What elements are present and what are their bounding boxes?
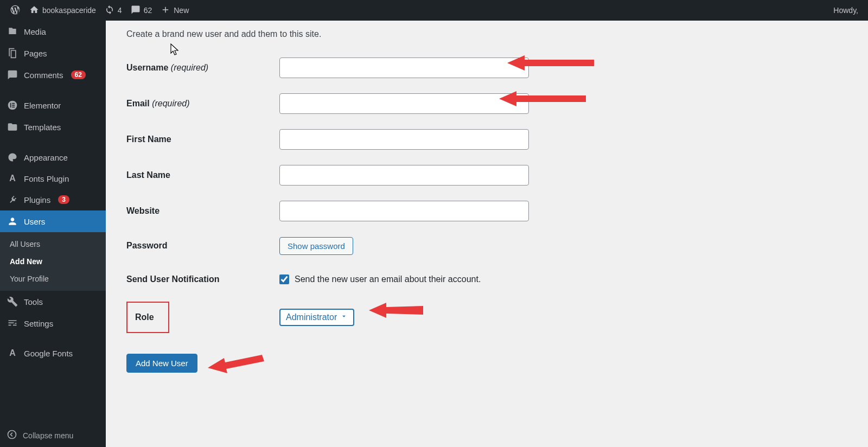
send-notification-checkbox[interactable] xyxy=(279,274,289,284)
sidebar-item-templates[interactable]: Templates xyxy=(0,116,106,138)
send-notification-row: Send the new user an email about their a… xyxy=(279,274,846,284)
username-label-cell: Username (required) xyxy=(122,50,274,86)
main-content: Create a brand new user and add them to … xyxy=(106,21,868,394)
sidebar-item-label: Pages xyxy=(24,49,47,58)
wp-logo[interactable] xyxy=(5,0,25,21)
new-content-link[interactable]: New xyxy=(156,0,193,21)
media-icon xyxy=(7,26,18,37)
send-notification-desc: Send the new user an email about their a… xyxy=(295,274,481,284)
sidebar-item-label: Templates xyxy=(24,123,61,132)
site-name: bookaspaceride xyxy=(42,6,96,15)
admin-toolbar: bookaspaceride 4 62 New Howdy, xyxy=(0,0,868,21)
sidebar-item-label: Settings xyxy=(24,319,53,328)
submenu-all-users[interactable]: All Users xyxy=(0,235,106,253)
greeting-text: Howdy, xyxy=(833,6,858,15)
send-notification-label: Send User Notification xyxy=(126,274,220,284)
comment-icon xyxy=(131,5,141,16)
svg-marker-9 xyxy=(208,355,264,373)
annotation-arrow xyxy=(369,299,429,321)
sidebar-item-media[interactable]: Media xyxy=(0,21,106,42)
comments-link[interactable]: 62 xyxy=(126,0,157,21)
comments-icon xyxy=(7,69,18,80)
add-new-user-button[interactable]: Add New User xyxy=(126,354,197,373)
chevron-down-icon xyxy=(340,312,348,322)
fonts-icon: A xyxy=(7,174,18,183)
email-label: Email xyxy=(126,99,150,108)
current-menu-arrow xyxy=(106,216,111,226)
site-name-link[interactable]: bookaspaceride xyxy=(25,0,100,21)
email-input[interactable] xyxy=(279,93,529,114)
sidebar-item-settings[interactable]: Settings xyxy=(0,312,106,334)
password-label: Password xyxy=(126,241,168,250)
sidebar-item-fonts-plugin[interactable]: A Fonts Plugin xyxy=(0,168,106,189)
sidebar-item-comments[interactable]: Comments 62 xyxy=(0,64,106,86)
sidebar-item-label: Plugins xyxy=(24,195,50,205)
sidebar-item-pages[interactable]: Pages xyxy=(0,42,106,64)
elementor-icon xyxy=(7,100,18,111)
sidebar-item-plugins[interactable]: Plugins 3 xyxy=(0,189,106,210)
comments-badge: 62 xyxy=(71,71,86,79)
sidebar-item-users[interactable]: Users xyxy=(0,210,106,232)
first-name-input[interactable] xyxy=(279,129,529,150)
page-description: Create a brand new user and add them to … xyxy=(126,29,852,39)
annotation-arrow xyxy=(208,350,267,374)
sidebar-item-google-fonts[interactable]: A Google Fonts xyxy=(0,343,106,363)
role-label-highlight: Role xyxy=(126,302,169,333)
sidebar-item-elementor[interactable]: Elementor xyxy=(0,94,106,116)
sidebar-item-label: Appearance xyxy=(24,153,68,162)
username-label: Username xyxy=(126,63,168,72)
email-label-cell: Email (required) xyxy=(122,86,274,122)
new-label: New xyxy=(174,6,189,15)
website-label: Website xyxy=(126,206,159,215)
role-select[interactable]: Administrator xyxy=(279,309,354,326)
sidebar-item-label: Tools xyxy=(24,297,43,306)
plugins-icon xyxy=(7,194,18,205)
google-fonts-icon: A xyxy=(7,348,18,358)
svg-rect-2 xyxy=(12,103,15,104)
users-submenu: All Users Add New Your Profile xyxy=(0,232,106,291)
my-account-link[interactable]: Howdy, xyxy=(829,0,863,21)
last-name-input[interactable] xyxy=(279,165,529,186)
tools-icon xyxy=(7,296,18,307)
plus-icon xyxy=(161,5,170,16)
required-text: (required) xyxy=(171,63,208,72)
submenu-add-new[interactable]: Add New xyxy=(0,253,106,270)
submenu-your-profile[interactable]: Your Profile xyxy=(0,270,106,288)
plugins-badge: 3 xyxy=(58,195,69,204)
wordpress-icon xyxy=(10,4,21,17)
sidebar-item-label: Media xyxy=(24,27,46,36)
updates-link[interactable]: 4 xyxy=(100,0,126,21)
svg-rect-4 xyxy=(12,107,15,108)
appearance-icon xyxy=(7,152,18,163)
website-input[interactable] xyxy=(279,201,529,221)
templates-icon xyxy=(7,122,18,132)
settings-icon xyxy=(7,318,18,329)
adminbar-comments-count: 62 xyxy=(144,6,152,15)
sidebar-item-label: Comments xyxy=(24,71,63,80)
role-label: Role xyxy=(135,312,154,322)
users-icon xyxy=(7,216,18,227)
sidebar-item-label: Elementor xyxy=(24,101,61,110)
username-input[interactable] xyxy=(279,58,529,78)
sidebar-item-label: Fonts Plugin xyxy=(24,174,69,183)
first-name-label: First Name xyxy=(126,135,171,144)
sidebar-item-label: Google Fonts xyxy=(24,349,73,358)
sidebar-item-appearance[interactable]: Appearance xyxy=(0,146,106,168)
last-name-label: Last Name xyxy=(126,170,170,180)
role-select-value: Administrator xyxy=(286,312,337,322)
show-password-button[interactable]: Show password xyxy=(279,237,353,255)
sidebar-item-tools[interactable]: Tools xyxy=(0,291,106,312)
svg-marker-8 xyxy=(369,303,423,318)
sidebar-item-label: Users xyxy=(24,217,45,226)
add-user-form: Username (required) Email (required) xyxy=(122,50,852,339)
required-text: (required) xyxy=(152,99,189,108)
home-icon xyxy=(29,5,39,16)
pages-icon xyxy=(7,48,18,59)
svg-rect-1 xyxy=(10,103,11,107)
admin-sidebar: Media Pages Comments 62 Elementor Templa… xyxy=(0,21,106,394)
svg-rect-3 xyxy=(12,105,15,106)
updates-count: 4 xyxy=(118,6,122,15)
update-icon xyxy=(105,5,114,16)
